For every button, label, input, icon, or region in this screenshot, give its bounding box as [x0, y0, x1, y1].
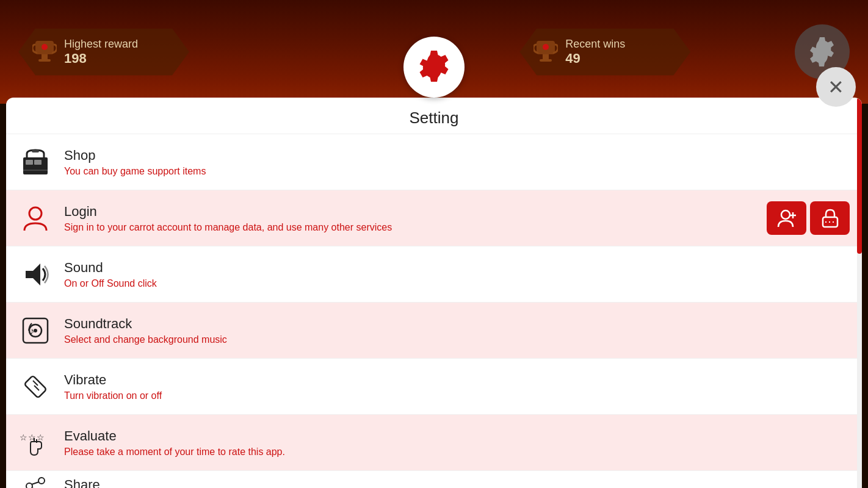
- svg-rect-2: [38, 59, 51, 62]
- svg-rect-5: [543, 54, 549, 59]
- evaluate-item-text: Evaluate Please take a moment of your ti…: [64, 428, 850, 458]
- login-icon: [18, 201, 52, 235]
- setting-item-vibrate[interactable]: Vibrate Turn vibration on or off: [6, 359, 862, 415]
- evaluate-icon: ☆ ☆ ☆: [18, 426, 52, 459]
- sound-desc: On or Off Sound click: [64, 278, 850, 289]
- share-title: Share: [64, 477, 850, 489]
- scroll-track: [857, 98, 862, 488]
- svg-line-28: [34, 386, 39, 390]
- highest-reward-text: Highest reward 198: [64, 38, 138, 66]
- wins-trophy-icon: [532, 38, 559, 66]
- login-register-button[interactable]: [767, 201, 806, 235]
- recent-wins-stat: Recent wins 49: [519, 29, 690, 76]
- login-title: Login: [64, 204, 761, 220]
- settings-panel: Setting Shop You can buy game support it…: [6, 98, 862, 488]
- recent-wins-text: Recent wins 49: [565, 38, 625, 66]
- vibrate-desc: Turn vibration on or off: [64, 390, 850, 401]
- login-password-button[interactable]: [810, 201, 850, 235]
- sound-icon: [18, 257, 52, 291]
- login-desc: Sign in to your carrot account to manage…: [64, 222, 761, 233]
- shop-desc: You can buy game support items: [64, 166, 850, 177]
- soundtrack-icon: ♪: [18, 314, 52, 347]
- sound-item-text: Sound On or Off Sound click: [64, 260, 850, 289]
- setting-item-evaluate[interactable]: ☆ ☆ ☆ Evaluate Please take a moment of y…: [6, 415, 862, 471]
- setting-item-share[interactable]: Share: [6, 471, 862, 488]
- soundtrack-desc: Select and change background music: [64, 334, 850, 345]
- setting-item-sound[interactable]: Sound On or Off Sound click: [6, 246, 862, 303]
- settings-list: Shop You can buy game support items Logi…: [6, 134, 862, 488]
- evaluate-desc: Please take a moment of your time to rat…: [64, 447, 850, 458]
- highest-reward-value: 198: [64, 51, 138, 66]
- svg-line-27: [33, 381, 38, 386]
- svg-point-34: [38, 478, 45, 484]
- scroll-thumb[interactable]: [857, 98, 862, 254]
- settings-gear-circle: [403, 37, 465, 98]
- settings-title: Setting: [6, 98, 862, 134]
- svg-point-13: [29, 207, 42, 220]
- sound-title: Sound: [64, 260, 850, 276]
- login-item-text: Login Sign in to your carrot account to …: [64, 204, 761, 233]
- close-button[interactable]: ✕: [816, 67, 856, 107]
- share-item-text: Share: [64, 477, 850, 489]
- settings-gear-icon: [416, 49, 452, 85]
- vibrate-icon: [18, 370, 52, 403]
- svg-point-14: [781, 210, 790, 219]
- shop-title: Shop: [64, 148, 850, 163]
- svg-point-7: [543, 44, 549, 50]
- trophy-icon: [31, 38, 58, 66]
- recent-wins-value: 49: [565, 51, 625, 66]
- shop-icon: [18, 145, 52, 179]
- soundtrack-title: Soundtrack: [64, 316, 850, 332]
- svg-rect-11: [23, 170, 48, 171]
- svg-text:☆: ☆: [28, 432, 36, 442]
- vibrate-item-text: Vibrate Turn vibration on or off: [64, 372, 850, 401]
- setting-item-login[interactable]: Login Sign in to your carrot account to …: [6, 190, 862, 246]
- setting-item-soundtrack[interactable]: ♪ Soundtrack Select and change backgroun…: [6, 303, 862, 359]
- highest-reward-stat: Highest reward 198: [18, 29, 189, 76]
- recent-wins-label: Recent wins: [565, 38, 625, 51]
- highest-reward-label: Highest reward: [64, 38, 138, 51]
- svg-rect-10: [34, 160, 42, 165]
- shop-item-text: Shop You can buy game support items: [64, 148, 850, 177]
- login-action-buttons: [767, 201, 850, 235]
- svg-text:☆: ☆: [20, 432, 27, 442]
- svg-text:♪: ♪: [29, 326, 34, 336]
- svg-rect-9: [26, 160, 33, 165]
- svg-rect-12: [32, 150, 39, 152]
- setting-item-shop[interactable]: Shop You can buy game support items: [6, 134, 862, 190]
- vibrate-title: Vibrate: [64, 372, 850, 388]
- share-icon: [18, 471, 52, 488]
- svg-text:☆: ☆: [37, 432, 45, 442]
- svg-rect-1: [42, 54, 48, 59]
- svg-line-37: [32, 482, 39, 484]
- svg-marker-21: [26, 264, 40, 285]
- svg-point-3: [42, 44, 48, 50]
- soundtrack-item-text: Soundtrack Select and change background …: [64, 316, 850, 345]
- evaluate-title: Evaluate: [64, 428, 850, 444]
- svg-point-35: [26, 483, 32, 489]
- svg-rect-6: [540, 59, 552, 62]
